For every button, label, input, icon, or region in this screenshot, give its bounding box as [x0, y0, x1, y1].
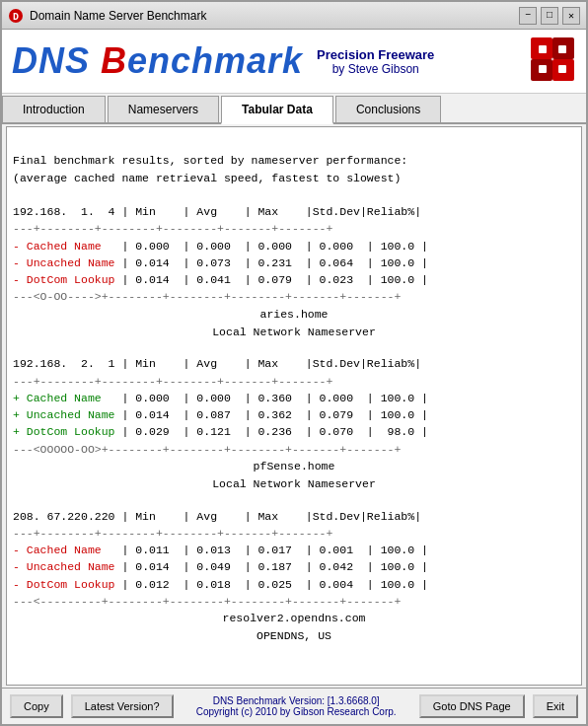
- tab-conclusions[interactable]: Conclusions: [335, 96, 441, 122]
- server-1-row-uncached: - Uncached Name | 0.014 | 0.073 | 0.231 …: [13, 256, 428, 269]
- latest-version-button[interactable]: Latest Version?: [71, 694, 174, 718]
- server-2-row-uncached: + Uncached Name | 0.014 | 0.087 | 0.362 …: [13, 408, 428, 421]
- tab-nameservers[interactable]: Nameservers: [108, 96, 219, 122]
- server-1-label: aries.home Local Network Nameserver: [13, 306, 575, 342]
- server-2-label: pfSense.home Local Network Nameserver: [13, 458, 575, 494]
- server-3-block: 208. 67.220.220 | Min | Avg | Max |Std.D…: [13, 508, 575, 611]
- svg-text:D: D: [13, 12, 19, 23]
- precision-line1: Precision Freeware: [317, 47, 434, 62]
- app-title: DNS Benchmark: [12, 40, 303, 82]
- footer: Copy Latest Version? DNS Benchmark Versi…: [2, 688, 586, 724]
- precision-info: Precision Freeware by Steve Gibson: [317, 47, 434, 76]
- exit-button[interactable]: Exit: [533, 694, 578, 718]
- main-window: D Domain Name Server Benchmark − □ ✕ DNS…: [0, 0, 588, 726]
- logo: [529, 36, 576, 87]
- copy-button[interactable]: Copy: [10, 694, 63, 718]
- window-title: Domain Name Server Benchmark: [30, 9, 519, 23]
- tab-bar: Introduction Nameservers Tabular Data Co…: [2, 94, 586, 124]
- tab-tabular[interactable]: Tabular Data: [221, 96, 333, 124]
- maximize-button[interactable]: □: [541, 7, 558, 25]
- server-1-row-cached: - Cached Name | 0.000 | 0.000 | 0.000 | …: [13, 240, 428, 253]
- server-3-row-dotcom: - DotCom Lookup | 0.012 | 0.018 | 0.025 …: [13, 578, 428, 591]
- server-2-row-cached: + Cached Name | 0.000 | 0.000 | 0.360 | …: [13, 392, 428, 404]
- server-3-row-uncached: - Uncached Name | 0.014 | 0.049 | 0.187 …: [13, 560, 428, 573]
- server-1-ip: 192.168. 1. 4 | Min | Avg | Max |Std.Dev…: [13, 205, 421, 218]
- server-3-row-cached: - Cached Name | 0.011 | 0.013 | 0.017 | …: [13, 544, 428, 556]
- server-2-ip: 192.168. 2. 1 | Min | Avg | Max |Std.Dev…: [13, 357, 421, 370]
- server-2-block: 192.168. 2. 1 | Min | Avg | Max |Std.Dev…: [13, 355, 575, 458]
- server-1-row-dotcom: - DotCom Lookup | 0.014 | 0.041 | 0.079 …: [13, 273, 428, 286]
- server-3-ip: 208. 67.220.220 | Min | Avg | Max |Std.D…: [13, 510, 421, 523]
- window-controls: − □ ✕: [519, 7, 580, 25]
- server-1-block: 192.168. 1. 4 | Min | Avg | Max |Std.Dev…: [13, 203, 575, 306]
- svg-rect-7: [558, 45, 566, 53]
- results-header: Final benchmark results, sorted by names…: [13, 135, 575, 203]
- version-text: DNS Benchmark Version: [1.3.6668.0]: [182, 695, 411, 706]
- copyright-text: Copyright (c) 2010 by Gibson Research Co…: [182, 706, 411, 717]
- minimize-button[interactable]: −: [519, 7, 537, 25]
- app-header: DNS Benchmark Precision Freeware by Stev…: [2, 30, 586, 94]
- footer-info: DNS Benchmark Version: [1.3.6668.0] Copy…: [182, 695, 411, 717]
- svg-rect-9: [558, 65, 566, 73]
- server-2-row-dotcom: + DotCom Lookup | 0.029 | 0.121 | 0.236 …: [13, 425, 428, 438]
- server-3-label: resolver2.opendns.com OPENDNS, US: [13, 610, 575, 646]
- close-button[interactable]: ✕: [562, 7, 580, 25]
- svg-rect-6: [539, 45, 547, 53]
- precision-line2: by Steve Gibson: [332, 62, 419, 76]
- content-area[interactable]: Final benchmark results, sorted by names…: [6, 126, 582, 686]
- title-bar: D Domain Name Server Benchmark − □ ✕: [2, 2, 586, 30]
- tab-introduction[interactable]: Introduction: [2, 96, 106, 122]
- svg-rect-8: [539, 65, 547, 73]
- goto-dns-button[interactable]: Goto DNS Page: [419, 694, 525, 718]
- app-icon: D: [8, 8, 24, 24]
